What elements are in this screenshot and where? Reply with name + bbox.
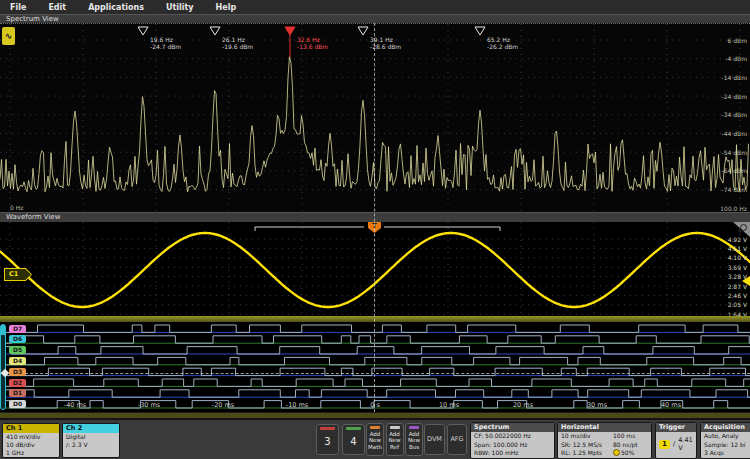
ch1-badge[interactable]: Ch 1 410 mV/div10 dB/div1 GHz xyxy=(2,423,60,458)
time-axis-label: -30 ms xyxy=(135,401,163,409)
add-button-label: AddNewMath xyxy=(367,429,383,451)
acquisition-settings-info: Auto, AnalySample: 12 bi3 Acqs xyxy=(701,432,750,458)
afg-button[interactable]: AFG xyxy=(447,424,467,455)
waveform-y-label: 2.46 V xyxy=(728,292,747,299)
horizontal-value-right: 100 ms xyxy=(613,432,635,441)
marker-frequency: 39.1 Hz xyxy=(370,36,401,43)
trigger-settings-panel[interactable]: Trigger 1 ∕ 4.41 V xyxy=(655,422,697,459)
digital-channel-badge-d4[interactable]: D4 xyxy=(9,357,26,365)
marker-frequency: 19.6 Hz xyxy=(150,36,181,43)
channel-button-label: 4 xyxy=(343,430,364,454)
menu-item-utility[interactable]: Utility xyxy=(166,3,194,12)
spectrum-marker-2[interactable]: 26.1 Hz-19.6 dBm xyxy=(222,36,253,50)
spectrum-marker-3[interactable]: 32.6 Hz-13.6 dBm xyxy=(297,36,328,50)
time-axis-label: 10 ms xyxy=(435,401,463,409)
waveform-y-label: 3.69 V xyxy=(728,264,747,271)
ch2-badge[interactable]: Ch 2 Digital∕: 2.3 V xyxy=(62,423,120,458)
marker-amplitude: -26.2 dBm xyxy=(487,43,518,50)
waveform-y-label: 4.10 V xyxy=(728,254,747,261)
marker-amplitude: -13.6 dBm xyxy=(297,43,328,50)
spectrum-x-start-label: 0 Hz xyxy=(10,204,23,211)
menu-item-edit[interactable]: Edit xyxy=(48,3,66,12)
time-axis-label: -40 ms xyxy=(61,401,89,409)
ch1-badge-info: 410 mV/div10 dB/div1 GHz xyxy=(3,433,59,458)
marker-frequency: 32.6 Hz xyxy=(297,36,328,43)
spectrum-source-badge[interactable]: ∿ xyxy=(2,27,15,45)
time-axis-label: 0 s xyxy=(361,401,389,409)
marker-amplitude: -28.6 dBm xyxy=(370,43,401,50)
ch2-badge-info: Digital∕: 2.3 V xyxy=(63,433,119,449)
digital-channel-badge-d0[interactable]: D0 xyxy=(9,400,26,408)
spectrum-settings-panel[interactable]: Spectrum CF: 50.0022000 HzSpan: 100.000 … xyxy=(470,422,555,459)
add-new-ref-button[interactable]: AddNewRef xyxy=(386,423,404,456)
trigger-edge-icon: ∕ xyxy=(673,440,675,448)
time-axis-label: -10 ms xyxy=(283,401,311,409)
marker-amplitude: -24.7 dBm xyxy=(150,43,181,50)
digital-channel-badge-d5[interactable]: D5 xyxy=(9,346,26,354)
horizontal-value-left: 10 ms/div xyxy=(561,432,613,441)
spectrum-trace xyxy=(0,24,750,213)
waveform-view-title: Waveform View xyxy=(0,212,750,222)
ch2-badge-title: Ch 2 xyxy=(63,424,119,433)
channel-3-button[interactable]: 3 xyxy=(316,424,339,455)
waveform-plot[interactable]: 4.92 V4.51 V4.10 V3.69 V3.28 V2.87 V2.46… xyxy=(0,222,750,316)
channel-button-label: 3 xyxy=(317,430,338,454)
acquisition-panel-line: Sample: 12 bi xyxy=(701,441,750,450)
digital-channels-area[interactable]: D7D6D5D4D3D2D1D0-40 ms-30 ms-20 ms-10 ms… xyxy=(0,322,750,412)
channel1-handle-label: C1 xyxy=(5,269,31,280)
dvm-button[interactable]: DVM xyxy=(424,424,445,455)
digital-channel-badge-d7[interactable]: D7 xyxy=(9,325,26,333)
ch2-info-line: Digital xyxy=(63,433,119,441)
spectrum-marker-4[interactable]: 39.1 Hz-28.6 dBm xyxy=(370,36,401,50)
time-axis-label: 20 ms xyxy=(509,401,537,409)
spectrum-marker-5[interactable]: 65.2 Hz-26.2 dBm xyxy=(487,36,518,50)
add-button-label: AddNewRef xyxy=(387,429,403,451)
spectrum-marker-1[interactable]: 19.6 Hz-24.7 dBm xyxy=(150,36,181,50)
add-new-math-button[interactable]: AddNewMath xyxy=(366,423,384,456)
acquisition-settings-panel[interactable]: Acquisition Auto, AnalySample: 12 bi3 Ac… xyxy=(700,422,750,459)
spectrum-panel-line: RBW: 100 mHz xyxy=(471,449,554,458)
acquisition-panel-line: Auto, Analy xyxy=(701,432,750,441)
horizontal-settings-panel[interactable]: Horizontal 10 ms/div100 msSR: 12.5 MS/s8… xyxy=(557,422,652,459)
digital-channel-badge-d3[interactable]: D3 xyxy=(9,368,26,376)
trigger-settings-title: Trigger xyxy=(656,423,696,432)
spectrum-settings-title: Spectrum xyxy=(471,423,554,432)
marker-amplitude: -19.6 dBm xyxy=(222,43,253,50)
digital-channel-badge-d1[interactable]: D1 xyxy=(9,389,26,397)
horizontal-settings-info: 10 ms/div100 msSR: 12.5 MS/s80 ns/ptRL: … xyxy=(558,432,651,458)
horizontal-value-right: 80 ns/pt xyxy=(613,441,638,450)
trigger-settings-info: 1 ∕ 4.41 V xyxy=(656,432,696,452)
digital-traces xyxy=(0,322,750,412)
add-new-bus-button[interactable]: AddNewBus xyxy=(405,423,423,456)
horizontal-settings-title: Horizontal xyxy=(558,423,651,432)
horizontal-value-left: RL: 1.25 Mpts xyxy=(561,449,613,458)
ch1-info-line: 10 dB/div xyxy=(3,441,59,449)
digital-group-handle-cap xyxy=(1,325,5,335)
ch1-info-line: 410 mV/div xyxy=(3,433,59,441)
acquisition-settings-title: Acquisition xyxy=(701,423,750,432)
menu-bar: FileEditApplicationsUtilityHelp xyxy=(0,0,750,14)
time-axis-label: -20 ms xyxy=(209,401,237,409)
channel-4-button[interactable]: 4 xyxy=(342,424,365,455)
digital-group-handle[interactable] xyxy=(0,324,6,410)
spectrum-plot[interactable]: 6 dBm-4 dBm-14 dBm-24 dBm-34 dBm-44 dBm-… xyxy=(0,23,750,213)
waveform-y-label: 2.05 V xyxy=(728,301,747,308)
waveform-trace xyxy=(0,222,750,316)
trigger-level-arrow[interactable] xyxy=(742,276,750,286)
add-button-label: AddNewBus xyxy=(406,429,422,451)
digital-channel-badge-d6[interactable]: D6 xyxy=(9,335,26,343)
horizontal-panel-row: RL: 1.25 Mpts50% xyxy=(558,449,651,458)
oscilloscope-app: FileEditApplicationsUtilityHelp Spectrum… xyxy=(0,0,750,459)
horizontal-value-right: 50% xyxy=(613,449,634,458)
marker-frequency: 26.1 Hz xyxy=(222,36,253,43)
menu-item-applications[interactable]: Applications xyxy=(88,3,144,12)
ch1-badge-title: Ch 1 xyxy=(3,424,59,433)
digital-threshold-line[interactable] xyxy=(0,373,750,374)
digital-channel-badge-d2[interactable]: D2 xyxy=(9,379,26,387)
menu-item-help[interactable]: Help xyxy=(216,3,237,12)
ch2-info-line: ∕: 2.3 V xyxy=(63,441,119,449)
spectrum-settings-info: CF: 50.0022000 HzSpan: 100.000 HzRBW: 10… xyxy=(471,432,554,458)
waveform-y-label: 4.92 V xyxy=(728,236,747,243)
ch1-info-line: 1 GHz xyxy=(3,449,59,457)
menu-item-file[interactable]: File xyxy=(10,3,26,12)
